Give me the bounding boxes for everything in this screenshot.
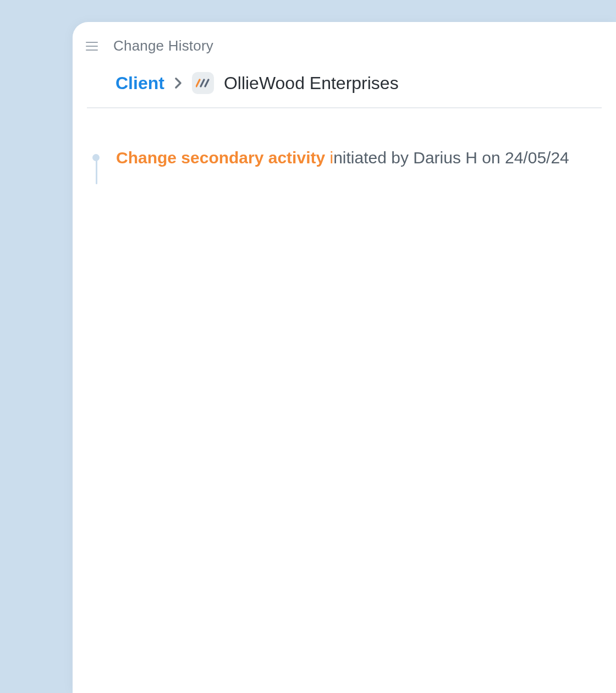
main-panel: Change History Client OllieWood Enterpri… (73, 22, 616, 693)
breadcrumb: Client OllieWood Enterprises (73, 60, 616, 107)
timeline-meta: initiated by Darius H on 24/05/24 (330, 148, 569, 167)
topbar: Change History (73, 22, 616, 60)
breadcrumb-client-name: OllieWood Enterprises (224, 73, 399, 94)
page-title: Change History (113, 37, 213, 54)
timeline-action: Change secondary activity (116, 148, 325, 167)
timeline-connector (96, 160, 97, 184)
client-logo-icon (192, 72, 214, 94)
chevron-right-icon (174, 77, 182, 89)
timeline: Change secondary activity initiated by D… (73, 108, 616, 168)
hamburger-menu-icon[interactable] (86, 42, 98, 51)
breadcrumb-root[interactable]: Client (116, 73, 164, 94)
timeline-item-text: Change secondary activity initiated by D… (116, 147, 569, 168)
timeline-item[interactable]: Change secondary activity initiated by D… (92, 147, 602, 168)
